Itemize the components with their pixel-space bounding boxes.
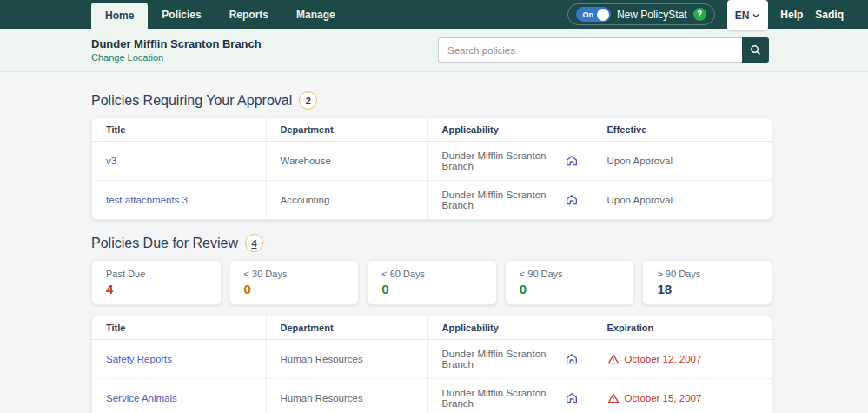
approval-table-card: Title Department Applicability Effective…	[91, 117, 772, 220]
approval-title-text: Policies Requiring Your Approval	[91, 93, 292, 109]
help-question-icon[interactable]: ?	[693, 8, 706, 21]
home-icon	[565, 193, 579, 207]
applicability-cell: Dunder Mifflin Scranton Branch	[427, 142, 593, 181]
search-button[interactable]	[742, 37, 769, 63]
review-title-text: Policies Due for Review	[91, 236, 238, 251]
policy-search	[438, 37, 769, 63]
new-policystat-toggle-group: On New PolicyStat ?	[567, 3, 714, 25]
applicability-cell: Dunder Mifflin Scranton Branch	[427, 379, 593, 413]
col-header-expiration: Expiration	[593, 316, 772, 340]
nav-tab-manage[interactable]: Manage	[282, 0, 349, 29]
stat-value: 18	[657, 282, 758, 296]
stat-card-90-days[interactable]: < 90 Days 0	[505, 260, 635, 305]
search-input[interactable]	[438, 37, 742, 63]
table-row: Service Animals Human Resources Dunder M…	[92, 379, 772, 413]
review-stats-row: Past Due 4 < 30 Days 0 < 60 Days 0 < 90 …	[91, 260, 772, 305]
top-navigation-bar: Home Policies Reports Manage On New Poli…	[0, 0, 868, 29]
review-section-title: Policies Due for Review 4	[91, 234, 772, 252]
expiration-cell: October 12, 2007	[593, 340, 772, 379]
warning-icon	[607, 353, 620, 365]
stat-value: 0	[381, 282, 482, 296]
approval-table: Title Department Applicability Effective…	[92, 118, 772, 219]
search-icon	[749, 43, 762, 57]
stat-value: 0	[520, 282, 620, 296]
review-table: Title Department Applicability Expiratio…	[92, 316, 772, 413]
topbar-right-group: On New PolicyStat ? EN Help Sadiq	[567, 0, 868, 29]
nav-tab-policies[interactable]: Policies	[148, 0, 215, 29]
chevron-down-icon	[752, 11, 760, 20]
policy-link[interactable]: v3	[92, 142, 266, 181]
current-location-title: Dunder Mifflin Scranton Branch	[91, 37, 262, 50]
stat-card-past-due[interactable]: Past Due 4	[91, 260, 222, 305]
approval-section-title: Policies Requiring Your Approval 2	[91, 91, 772, 110]
table-row: v3 Warehouse Dunder Mifflin Scranton Bra…	[92, 142, 772, 181]
stat-card-60-days[interactable]: < 60 Days 0	[367, 260, 497, 305]
home-icon	[565, 352, 579, 366]
department-cell: Warehouse	[266, 142, 427, 181]
new-policystat-label: New PolicyStat	[617, 9, 687, 21]
review-count-badge[interactable]: 4	[245, 234, 263, 252]
effective-cell: Upon Approval	[593, 181, 772, 220]
department-cell: Human Resources	[266, 340, 427, 379]
table-row: test attachments 3 Accounting Dunder Mif…	[92, 181, 772, 220]
department-cell: Human Resources	[266, 379, 427, 413]
col-header-department: Department	[266, 316, 427, 340]
location-search-bar: Dunder Mifflin Scranton Branch Change Lo…	[0, 29, 868, 72]
applicability-cell: Dunder Mifflin Scranton Branch	[427, 181, 593, 220]
stat-value: 0	[244, 282, 345, 296]
expiration-cell: October 15, 2007	[593, 379, 772, 413]
col-header-applicability: Applicability	[427, 316, 593, 340]
user-menu-link[interactable]: Sadiq	[815, 9, 844, 21]
location-block: Dunder Mifflin Scranton Branch Change Lo…	[91, 37, 262, 63]
help-link[interactable]: Help	[780, 9, 803, 21]
toggle-on-label: On	[582, 10, 593, 19]
col-header-title: Title	[92, 118, 266, 142]
col-header-department: Department	[266, 118, 427, 142]
new-policystat-toggle[interactable]: On	[576, 7, 611, 22]
table-row: Safety Reports Human Resources Dunder Mi…	[92, 340, 772, 379]
stat-value: 4	[106, 282, 207, 296]
home-icon	[565, 391, 579, 405]
language-label: EN	[735, 10, 750, 22]
stat-card-30-days[interactable]: < 30 Days 0	[229, 260, 360, 305]
main-nav: Home Policies Reports Manage	[91, 0, 349, 29]
col-header-title: Title	[92, 316, 266, 340]
policy-link[interactable]: test attachments 3	[92, 181, 266, 220]
policy-link[interactable]: Safety Reports	[92, 340, 266, 379]
policystat-app: Home Policies Reports Manage On New Poli…	[0, 0, 868, 413]
col-header-effective: Effective	[593, 118, 772, 142]
policy-link[interactable]: Service Animals	[92, 379, 266, 413]
toggle-knob	[597, 9, 609, 21]
warning-icon	[607, 392, 620, 404]
col-header-applicability: Applicability	[427, 118, 593, 142]
home-icon	[565, 154, 579, 168]
review-table-card: Title Department Applicability Expiratio…	[91, 316, 772, 413]
dashboard-content: Policies Requiring Your Approval 2 Title…	[0, 72, 772, 413]
change-location-link[interactable]: Change Location	[91, 52, 262, 63]
applicability-cell: Dunder Mifflin Scranton Branch	[427, 340, 593, 379]
stat-card-over-90-days[interactable]: > 90 Days 18	[642, 260, 772, 305]
department-cell: Accounting	[266, 181, 427, 220]
approval-count-badge: 2	[299, 91, 317, 110]
nav-tab-reports[interactable]: Reports	[215, 0, 282, 29]
effective-cell: Upon Approval	[593, 142, 772, 181]
language-dropdown[interactable]: EN	[727, 0, 769, 30]
nav-tab-home[interactable]: Home	[91, 3, 148, 29]
